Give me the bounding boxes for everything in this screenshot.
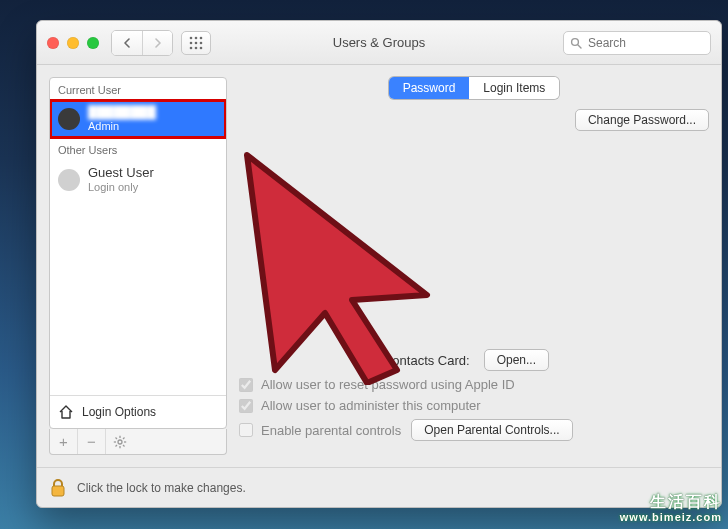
svg-point-5 bbox=[200, 41, 203, 44]
watermark-title: 生活百科 bbox=[620, 493, 722, 511]
watermark-url: www.bimeiz.com bbox=[620, 511, 722, 523]
remove-user-button[interactable]: − bbox=[78, 429, 106, 454]
svg-point-11 bbox=[118, 440, 122, 444]
current-user-role: Admin bbox=[88, 120, 156, 133]
svg-point-7 bbox=[195, 46, 198, 49]
main-panel: Password Login Items Change Password... … bbox=[239, 77, 709, 455]
user-list: Current User ████████ Admin Other Users … bbox=[49, 77, 227, 429]
segmented-control: Password Login Items bbox=[389, 77, 560, 99]
search-field[interactable] bbox=[563, 31, 711, 55]
zoom-window-button[interactable] bbox=[87, 37, 99, 49]
svg-line-17 bbox=[123, 445, 125, 447]
svg-line-16 bbox=[116, 437, 118, 439]
svg-point-3 bbox=[190, 41, 193, 44]
house-icon bbox=[58, 404, 74, 420]
contacts-card-label: Contacts Card: bbox=[383, 353, 470, 368]
close-window-button[interactable] bbox=[47, 37, 59, 49]
tab-bar: Password Login Items bbox=[239, 77, 709, 99]
lock-bar: Click the lock to make changes. bbox=[37, 467, 721, 507]
add-user-button[interactable]: + bbox=[50, 429, 78, 454]
tab-password[interactable]: Password bbox=[389, 77, 470, 99]
traffic-lights bbox=[47, 37, 99, 49]
parental-controls-row: Enable parental controls Open Parental C… bbox=[239, 419, 709, 441]
lock-icon[interactable] bbox=[49, 478, 67, 498]
svg-line-10 bbox=[578, 45, 581, 48]
svg-point-9 bbox=[572, 38, 579, 45]
current-user-text: ████████ Admin bbox=[88, 106, 156, 132]
gear-icon bbox=[113, 435, 127, 449]
system-preferences-window: Users & Groups Current User ████████ Adm… bbox=[36, 20, 722, 508]
guest-user-item[interactable]: Guest User Login only bbox=[50, 160, 226, 200]
svg-line-19 bbox=[116, 445, 118, 447]
svg-point-1 bbox=[195, 36, 198, 39]
user-avatar-icon bbox=[58, 108, 80, 130]
window-content: Current User ████████ Admin Other Users … bbox=[37, 65, 721, 467]
svg-point-8 bbox=[200, 46, 203, 49]
search-icon bbox=[570, 37, 582, 49]
chevron-right-icon bbox=[154, 38, 162, 48]
guest-user-role: Login only bbox=[88, 181, 154, 194]
open-parental-controls-button[interactable]: Open Parental Controls... bbox=[411, 419, 572, 441]
change-password-button[interactable]: Change Password... bbox=[575, 109, 709, 131]
users-sidebar: Current User ████████ Admin Other Users … bbox=[49, 77, 227, 455]
svg-point-4 bbox=[195, 41, 198, 44]
current-user-item[interactable]: ████████ Admin bbox=[50, 100, 226, 138]
current-user-name: ████████ bbox=[88, 106, 156, 120]
tab-login-items[interactable]: Login Items bbox=[469, 77, 559, 99]
search-input[interactable] bbox=[588, 36, 704, 50]
desktop-background: Users & Groups Current User ████████ Adm… bbox=[0, 0, 728, 529]
forward-button[interactable] bbox=[142, 31, 172, 55]
administer-input[interactable] bbox=[239, 399, 253, 413]
login-options-item[interactable]: Login Options bbox=[50, 395, 226, 428]
svg-point-0 bbox=[190, 36, 193, 39]
enable-parental-controls-checkbox[interactable]: Enable parental controls bbox=[239, 423, 401, 438]
apple-id-reset-input[interactable] bbox=[239, 378, 253, 392]
svg-rect-20 bbox=[52, 486, 64, 496]
svg-point-2 bbox=[200, 36, 203, 39]
window-titlebar: Users & Groups bbox=[37, 21, 721, 65]
nav-back-forward bbox=[111, 30, 173, 56]
watermark: 生活百科 www.bimeiz.com bbox=[620, 493, 722, 523]
user-actions-menu[interactable] bbox=[106, 429, 134, 454]
grid-icon bbox=[189, 36, 203, 50]
lock-text: Click the lock to make changes. bbox=[77, 481, 246, 495]
show-all-prefs-button[interactable] bbox=[181, 31, 211, 55]
contacts-card-row: Contacts Card: Open... bbox=[239, 349, 709, 371]
allow-apple-id-reset-row: Allow user to reset password using Apple… bbox=[239, 377, 709, 392]
svg-point-6 bbox=[190, 46, 193, 49]
open-contacts-card-button[interactable]: Open... bbox=[484, 349, 549, 371]
allow-administer-checkbox[interactable]: Allow user to administer this computer bbox=[239, 398, 481, 413]
svg-line-18 bbox=[123, 437, 125, 439]
allow-administer-row: Allow user to administer this computer bbox=[239, 398, 709, 413]
change-password-area: Change Password... bbox=[575, 109, 709, 131]
login-options-label: Login Options bbox=[82, 405, 156, 419]
guest-avatar-icon bbox=[58, 169, 80, 191]
minimize-window-button[interactable] bbox=[67, 37, 79, 49]
sidebar-footer-toolbar: + − bbox=[49, 429, 227, 455]
chevron-left-icon bbox=[123, 38, 131, 48]
allow-apple-id-reset-checkbox[interactable]: Allow user to reset password using Apple… bbox=[239, 377, 515, 392]
parental-input[interactable] bbox=[239, 423, 253, 437]
guest-user-name: Guest User bbox=[88, 166, 154, 181]
current-user-header: Current User bbox=[50, 78, 226, 100]
settings-list: Contacts Card: Open... Allow user to res… bbox=[239, 343, 709, 455]
other-users-header: Other Users bbox=[50, 138, 226, 160]
back-button[interactable] bbox=[112, 31, 142, 55]
